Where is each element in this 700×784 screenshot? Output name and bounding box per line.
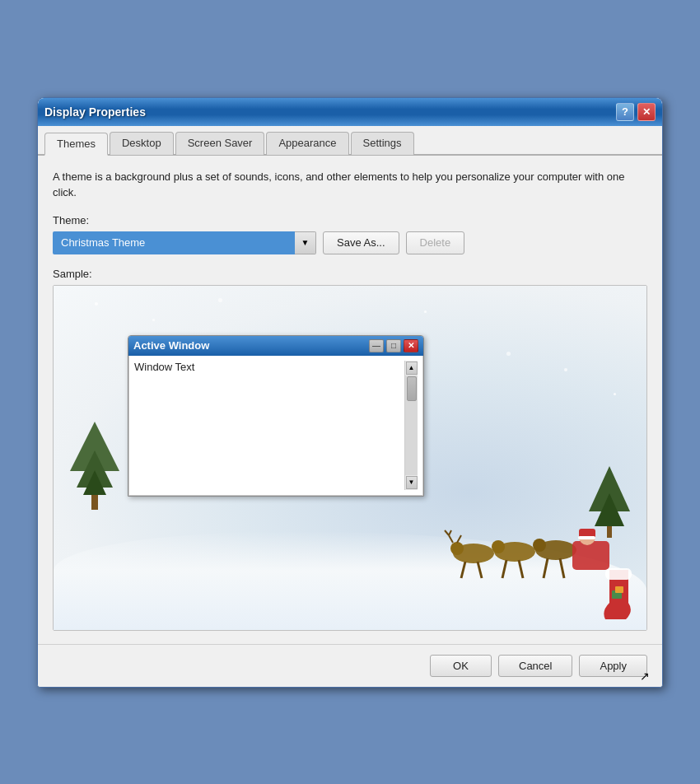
close-button[interactable]: ✕ (637, 103, 656, 121)
theme-selected-value[interactable]: Christmas Theme (53, 231, 295, 254)
tree-1 (70, 422, 119, 548)
svg-rect-20 (605, 568, 632, 580)
svg-point-10 (492, 540, 505, 553)
svg-line-4 (478, 562, 482, 578)
save-as-button[interactable]: Save As... (323, 231, 399, 254)
snow-6 (506, 352, 511, 356)
tab-screen-saver[interactable]: Screen Saver (175, 132, 265, 155)
svg-line-15 (457, 535, 461, 543)
theme-label: Theme: (53, 214, 647, 226)
sample-background: Active Window — □ ✕ Window Text ▲ (54, 286, 646, 630)
aw-scroll-track (405, 376, 418, 475)
svg-rect-22 (615, 586, 623, 593)
snow-1 (95, 302, 98, 306)
aw-maximize-button[interactable]: □ (386, 339, 401, 352)
svg-line-12 (449, 535, 453, 543)
aw-scroll-up[interactable]: ▲ (406, 362, 418, 375)
svg-line-7 (544, 558, 548, 578)
svg-line-5 (502, 560, 506, 578)
svg-line-6 (519, 560, 523, 578)
stocking-svg (597, 566, 642, 623)
svg-point-11 (533, 539, 546, 552)
tab-appearance[interactable]: Appearance (266, 132, 348, 155)
tab-themes[interactable]: Themes (44, 133, 108, 156)
svg-line-13 (445, 530, 449, 535)
snow-2 (152, 319, 155, 321)
apply-button[interactable]: Apply (579, 655, 647, 677)
delete-button[interactable]: Delete (406, 231, 465, 254)
tab-settings[interactable]: Settings (351, 132, 414, 155)
aw-buttons: — □ ✕ (369, 339, 418, 352)
svg-line-3 (461, 562, 465, 578)
aw-text-area: Window Text (134, 361, 404, 490)
aw-window-text: Window Text (134, 361, 194, 373)
dialog-footer: OK Cancel Apply (38, 644, 662, 687)
help-button[interactable]: ? (616, 103, 634, 121)
title-buttons: ? ✕ (616, 103, 656, 121)
snow-3 (218, 298, 222, 302)
aw-minimize-button[interactable]: — (369, 339, 384, 352)
aw-close-button[interactable]: ✕ (404, 339, 418, 352)
theme-description: A theme is a background plus a set of so… (53, 169, 647, 201)
dialog-body: A theme is a background plus a set of so… (38, 156, 662, 644)
active-window: Active Window — □ ✕ Window Text ▲ (128, 335, 424, 497)
snow-8 (614, 393, 616, 395)
snow-5 (424, 310, 427, 313)
svg-point-9 (450, 542, 464, 555)
tab-desktop[interactable]: Desktop (110, 132, 174, 155)
sample-area: Active Window — □ ✕ Window Text ▲ (53, 285, 647, 631)
svg-line-8 (560, 558, 564, 578)
svg-line-14 (449, 530, 451, 535)
ok-button[interactable]: OK (430, 655, 492, 677)
theme-row: Christmas Theme ▼ Save As... Delete (53, 231, 647, 254)
reindeer-svg (449, 512, 614, 595)
aw-content: Window Text ▲ ▼ (128, 356, 423, 496)
theme-dropdown-button[interactable]: ▼ (295, 231, 316, 254)
display-properties-dialog: Display Properties ? ✕ Themes Desktop Sc… (37, 97, 663, 688)
snow-7 (564, 368, 567, 371)
sample-label: Sample: (53, 268, 647, 280)
svg-rect-19 (578, 536, 595, 539)
dialog-title: Display Properties (44, 105, 146, 119)
aw-title: Active Window (133, 339, 209, 352)
aw-title-bar: Active Window — □ ✕ (128, 336, 423, 356)
aw-scroll-thumb[interactable] (407, 376, 417, 401)
cancel-button[interactable]: Cancel (498, 655, 572, 677)
theme-select-container: Christmas Theme ▼ (53, 231, 316, 254)
aw-scrollbar: ▲ ▼ (404, 361, 418, 490)
title-bar: Display Properties ? ✕ (38, 98, 662, 126)
tab-bar: Themes Desktop Screen Saver Appearance S… (38, 126, 662, 156)
aw-scroll-down[interactable]: ▼ (406, 476, 418, 489)
stocking-area (597, 566, 642, 626)
sleigh-area (449, 512, 614, 597)
